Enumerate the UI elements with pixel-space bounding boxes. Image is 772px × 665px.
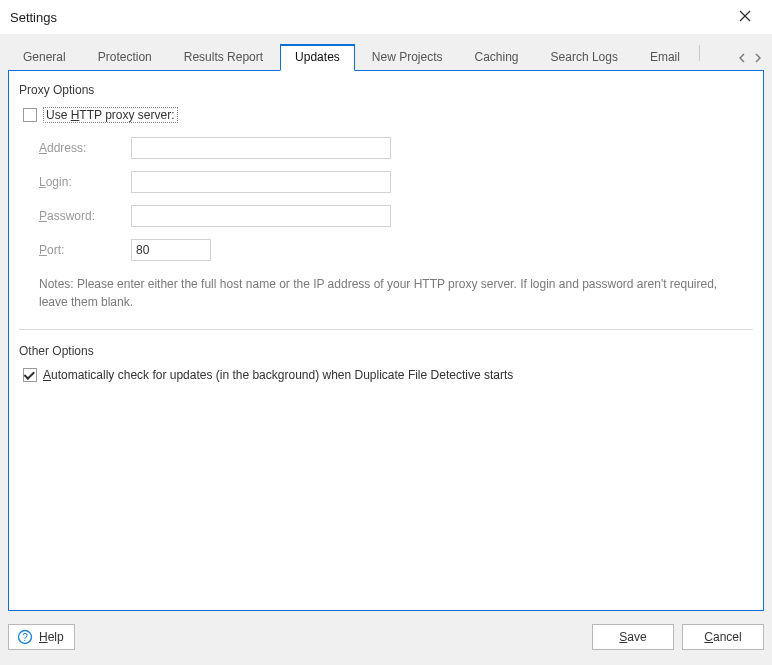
help-button[interactable]: ? Help — [8, 624, 75, 650]
use-http-proxy-row: Use HTTP proxy server: — [23, 107, 753, 123]
tab-results-report[interactable]: Results Report — [169, 44, 278, 70]
auto-check-checkbox[interactable] — [23, 368, 37, 382]
tab-scroll-nav — [736, 52, 764, 70]
section-title-proxy: Proxy Options — [19, 83, 753, 97]
tabstrip: General Protection Results Report Update… — [8, 42, 764, 70]
close-icon — [739, 9, 751, 25]
tab-label: Results Report — [184, 50, 263, 64]
auto-check-row: Automatically check for updates (in the … — [23, 368, 753, 382]
port-input[interactable] — [131, 239, 211, 261]
footer: ? Help Save Cancel — [8, 611, 764, 657]
tab-label: Email — [650, 50, 680, 64]
tab-caching[interactable]: Caching — [460, 44, 534, 70]
tab-label: New Projects — [372, 50, 443, 64]
chevron-left-icon — [738, 52, 746, 66]
tab-label: General — [23, 50, 66, 64]
proxy-form: Address: Login: Password: Port: — [39, 137, 753, 261]
tab-scroll-right[interactable] — [752, 52, 764, 66]
window-title: Settings — [10, 10, 57, 25]
close-button[interactable] — [728, 4, 762, 30]
tab-protection[interactable]: Protection — [83, 44, 167, 70]
proxy-notes: Notes: Please enter either the full host… — [39, 275, 729, 311]
use-http-proxy-checkbox[interactable] — [23, 108, 37, 122]
help-label: Help — [39, 630, 64, 644]
tab-new-projects[interactable]: New Projects — [357, 44, 458, 70]
chevron-right-icon — [754, 52, 762, 66]
tab-label: Caching — [475, 50, 519, 64]
tab-label: Search Logs — [551, 50, 618, 64]
tab-updates[interactable]: Updates — [280, 44, 355, 71]
tab-search-logs[interactable]: Search Logs — [536, 44, 633, 70]
use-http-proxy-label[interactable]: Use HTTP proxy server: — [43, 107, 178, 123]
section-title-other: Other Options — [19, 344, 753, 358]
svg-text:?: ? — [22, 632, 28, 643]
cancel-button[interactable]: Cancel — [682, 624, 764, 650]
tab-scroll-left[interactable] — [736, 52, 748, 66]
help-icon: ? — [17, 629, 33, 645]
save-label: Save — [619, 630, 646, 644]
login-label: Login: — [39, 175, 123, 189]
address-label: Address: — [39, 141, 123, 155]
titlebar: Settings — [0, 0, 772, 34]
password-label: Password: — [39, 209, 123, 223]
cancel-label: Cancel — [704, 630, 741, 644]
tab-separator — [699, 45, 700, 61]
settings-window: Settings General Protection Results Repo… — [0, 0, 772, 665]
save-button[interactable]: Save — [592, 624, 674, 650]
port-label: Port: — [39, 243, 123, 257]
address-input[interactable] — [131, 137, 391, 159]
divider — [19, 329, 753, 330]
password-input[interactable] — [131, 205, 391, 227]
tab-panel-updates: Proxy Options Use HTTP proxy server: Add… — [8, 70, 764, 611]
auto-check-label[interactable]: Automatically check for updates (in the … — [43, 368, 513, 382]
tab-email[interactable]: Email — [635, 44, 695, 70]
tab-label: Updates — [295, 50, 340, 64]
tab-label: Protection — [98, 50, 152, 64]
login-input[interactable] — [131, 171, 391, 193]
tab-general[interactable]: General — [8, 44, 81, 70]
body: General Protection Results Report Update… — [0, 34, 772, 665]
